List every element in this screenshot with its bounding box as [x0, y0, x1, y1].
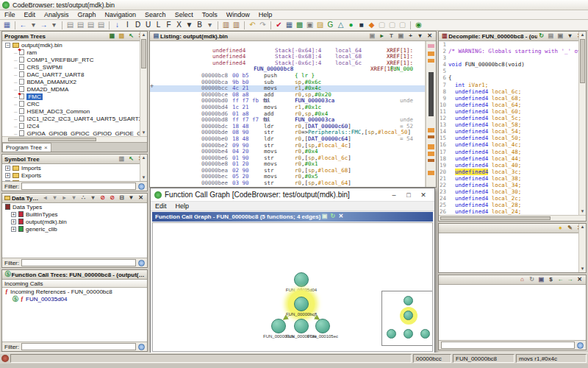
memory-map-icon[interactable]: ▤ — [65, 21, 75, 30]
graph-node-fun_00000bc8[interactable] — [294, 297, 309, 311]
listing-view[interactable]: undefined4Stack[-0x64]:4local_64XREF[1]:… — [150, 41, 426, 187]
new-tree-icon[interactable]: ▦ — [108, 32, 116, 40]
hex-toggle-icon[interactable]: $ — [547, 276, 555, 284]
listing-instruction-row[interactable]: 00000bec05 20movsr0,#0x5 — [150, 174, 425, 180]
home-icon[interactable]: ⌂ — [518, 276, 526, 284]
open-folder-icon[interactable]: ▨ — [118, 32, 126, 40]
instruction-i-icon[interactable]: I — [123, 21, 132, 30]
tree-item-dma2d_mdma[interactable]: –DMA2D_MDMA — [2, 85, 140, 93]
decompile-line[interactable]: 12 undefined4 local_5c; — [439, 115, 578, 121]
listing-instruction-row[interactable]: 00000bde08 90strr0=>Peripherals::FMC,[sp… — [150, 130, 425, 136]
close-icon[interactable]: ✕ — [137, 194, 145, 202]
decompile-line[interactable]: 3 — [439, 54, 578, 61]
program-tree-vscrollbar[interactable]: ▲▼ — [140, 32, 147, 136]
graph-node-fun_00035d04[interactable] — [294, 272, 309, 287]
disabled-icon-2[interactable]: ▢ — [387, 21, 397, 30]
listing-instruction-row[interactable]: 00000bd601 a8addr0,sp,#0x4 — [150, 111, 425, 118]
diamond-icon[interactable]: ◆ — [367, 21, 376, 30]
symbol-tree-vscrollbar[interactable]: ▲▼ — [140, 155, 147, 181]
decompile-hscrollbar[interactable] — [439, 215, 586, 221]
snapshot-icon[interactable]: ▣ — [397, 32, 405, 40]
tree-item-comp1_vrefbuf_rtc[interactable]: –COMP1_VREFBUF_RTC — [2, 56, 140, 63]
tree-item-ram[interactable]: –ram — [2, 49, 140, 56]
disabled-icon-3[interactable]: ▢ — [398, 21, 407, 30]
tab-program-tree[interactable]: Program Tree × — [2, 143, 51, 152]
undo-icon[interactable]: ↶ — [248, 21, 257, 30]
decompile-line[interactable]: 14 undefined4 local_54; — [439, 128, 578, 135]
listing-instruction-row[interactable]: 00000be209 90strr0,[sp,#local_4c] — [150, 143, 425, 149]
menu-icon[interactable]: ▾ — [416, 32, 424, 40]
tree-item-dac_uart7_uart8[interactable]: –DAC_UART7_UART8 — [2, 71, 140, 78]
listing-instruction-row[interactable]: 00000bd41c 21movsr1,#0x1c — [150, 105, 425, 111]
label-icon[interactable]: L — [154, 21, 163, 30]
forward-menu-icon[interactable]: ▾ — [49, 21, 59, 30]
incoming-references-root[interactable]: ƒ Incoming References - FUN_00000bc8 — [2, 288, 147, 295]
collapse-icon[interactable]: ⊟ — [118, 194, 126, 202]
equates-icon[interactable]: ▤ — [96, 21, 106, 30]
tree-item-crs_swpmi[interactable]: –CRS_SWPMI — [2, 63, 140, 71]
clear-icon[interactable]: X — [174, 21, 184, 30]
close-icon[interactable]: ✕ — [426, 32, 434, 40]
tab-close-icon[interactable]: × — [44, 144, 48, 152]
console-vscrollbar[interactable]: ▲▼ — [578, 224, 586, 272]
decompile-line[interactable]: 2/* WARNING: Globals starting with '_' o… — [439, 48, 578, 54]
decompile-line[interactable]: 26 undefined4 local_24; — [439, 208, 578, 215]
filter-options-icon[interactable] — [138, 260, 145, 266]
save-icon[interactable]: ▦ — [2, 21, 12, 30]
listing-instruction-row[interactable]: 00000bce08 a8addr0,sp,#0x20 — [150, 92, 425, 99]
refresh-icon[interactable]: ↻ — [528, 276, 536, 284]
aux-filter-input[interactable] — [441, 342, 575, 349]
symbol-tree-item-exports[interactable]: +Exports — [2, 171, 140, 179]
decompile-view[interactable]: 12/* WARNING: Globals starting with '_' … — [439, 41, 578, 215]
decompile-line[interactable]: 10 undefined4 local_64; — [439, 102, 578, 108]
minimize-button[interactable]: – — [387, 191, 401, 199]
listing-function-row[interactable]: FUN_00000bc8XREF[1]:FUN_000 — [150, 66, 425, 73]
program-options-icon[interactable]: ▤ — [76, 21, 85, 30]
decompile-line[interactable]: 20 undefined4 local_3c; — [439, 169, 578, 175]
maximize-button[interactable]: □ — [401, 191, 416, 199]
tree-item-gpioa_gpiob_gpioc_gpiod_gpioe_gpiof_gpiog_gpioh_gpi[interactable]: –GPIOA_GPIOB_GPIOC_GPIOD_GPIOE_GPIOF_GPI… — [2, 130, 140, 136]
console-icon[interactable]: ■ — [356, 21, 366, 30]
decompile-line[interactable]: 9 undefined4 local_68; — [439, 95, 578, 102]
menu-icon[interactable]: ▾ — [566, 32, 574, 40]
incoming-call-item[interactable]: Ⓢ ƒ FUN_00035d04 — [2, 295, 147, 302]
graph-node-fun_000003ca[interactable] — [271, 319, 286, 333]
listing-instruction-row[interactable]: 00000be601 90strr0,[sp,#local_6c] — [150, 155, 425, 162]
decompile-line[interactable]: 13 undefined4 local_58; — [439, 121, 578, 128]
call-graph-canvas[interactable]: FUN_00035d04FUN_00000bc8FUN_000003caFUN_… — [152, 222, 433, 352]
decompile-line[interactable]: 5 — [439, 68, 578, 74]
decompile-line[interactable]: 8 undefined4 local_6c; — [439, 88, 578, 95]
snapshot-icon[interactable]: ▣ — [556, 32, 564, 40]
prev-menu-icon[interactable]: ▾ — [51, 194, 59, 202]
filter-data-icon[interactable]: ▼ — [184, 21, 194, 30]
stamp-icon-1[interactable]: ▥ — [221, 21, 231, 30]
tree-item-fmc[interactable]: –FMC — [2, 93, 140, 100]
menu-item-help[interactable]: Help — [171, 202, 194, 210]
listing-instruction-row[interactable]: 00000be801 20movsr0,#0x1 — [150, 161, 425, 168]
dtm-item-output-mdk-bin[interactable]: +output(mdk).bin — [2, 218, 147, 225]
menu-item-edit[interactable]: Edit — [20, 10, 40, 20]
graph-node-fun_000007ae[interactable] — [294, 319, 309, 333]
chart-icon[interactable]: ▥ — [118, 155, 126, 163]
define-data-icon[interactable]: D — [133, 21, 143, 30]
memory-icon[interactable]: ▣ — [305, 21, 315, 30]
close-icon[interactable]: ✕ — [337, 213, 345, 221]
menu-item-window[interactable]: Window — [222, 10, 254, 20]
copy-icon[interactable]: ▤ — [547, 32, 555, 40]
listing-instruction-row[interactable]: 00000bd8ff f7 f7 fbblFUN_000003caunde — [150, 117, 425, 124]
tree-item-i2c1_i2c2_i2c3_uart4_uart5_usart3_usart2_spdifrx_spi[interactable]: –I2C1_I2C2_I2C3_UART4_UART5_USART3_USART… — [2, 115, 140, 122]
decompile-line[interactable]: 23 undefined4 local_30; — [439, 188, 578, 195]
open-folder-icon[interactable]: ▨ — [315, 21, 325, 30]
listing-instruction-row[interactable]: 00000bd0ff f7 fb fbblFUN_000003caunde — [150, 98, 425, 105]
prev-dt-icon[interactable]: ◂ — [41, 194, 49, 202]
forward-icon[interactable]: → — [39, 21, 49, 30]
listing-instruction-row[interactable]: 00000bea02 90strr0,[sp,#local_68] — [150, 168, 425, 174]
menu-item-help[interactable]: Help — [254, 10, 277, 20]
decompile-line[interactable]: 24 undefined4 local_2c; — [439, 195, 578, 202]
validate-icon[interactable]: ✔ — [274, 21, 284, 30]
listing-instruction-row[interactable]: 00000bcc4c 21movsr1,#0x4c — [150, 85, 425, 92]
tree-item-crc[interactable]: –CRC — [2, 100, 140, 107]
fct-filter-input[interactable] — [21, 343, 136, 350]
script-manager-icon[interactable]: ▩ — [295, 21, 304, 30]
menu-item-tools[interactable]: Tools — [198, 10, 222, 20]
